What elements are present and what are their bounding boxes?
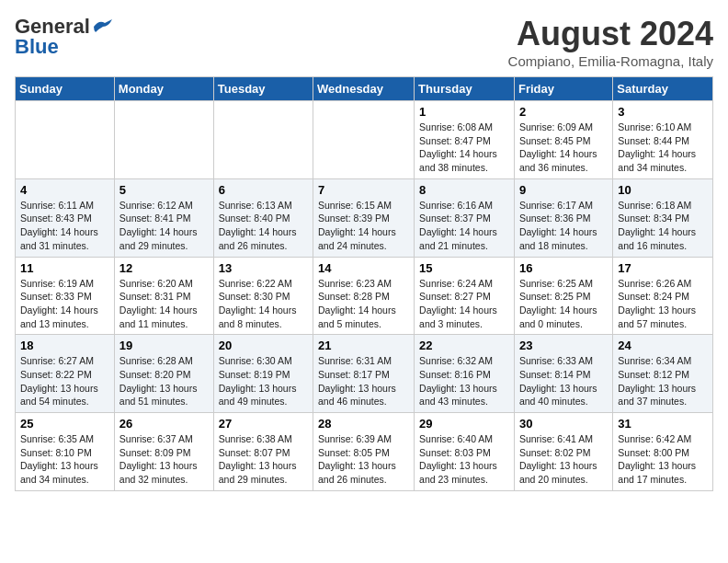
- calendar-cell: 31Sunrise: 6:42 AM Sunset: 8:00 PM Dayli…: [613, 413, 713, 491]
- calendar-cell: 12Sunrise: 6:20 AM Sunset: 8:31 PM Dayli…: [114, 257, 213, 335]
- day-detail: Sunrise: 6:10 AM Sunset: 8:44 PM Dayligh…: [618, 121, 708, 175]
- day-number: 30: [519, 417, 608, 431]
- day-detail: Sunrise: 6:32 AM Sunset: 8:16 PM Dayligh…: [419, 354, 509, 408]
- calendar-cell: 16Sunrise: 6:25 AM Sunset: 8:25 PM Dayli…: [514, 257, 612, 335]
- day-number: 2: [519, 105, 608, 119]
- logo: General Blue: [15, 15, 114, 59]
- day-detail: Sunrise: 6:38 AM Sunset: 8:07 PM Dayligh…: [219, 432, 308, 487]
- day-number: 22: [419, 339, 509, 352]
- day-number: 9: [519, 183, 608, 197]
- day-detail: Sunrise: 6:40 AM Sunset: 8:03 PM Dayligh…: [419, 432, 509, 487]
- day-number: 17: [618, 261, 708, 275]
- calendar-cell: 27Sunrise: 6:38 AM Sunset: 8:07 PM Dayli…: [213, 413, 313, 491]
- day-number: 10: [618, 183, 708, 197]
- calendar-cell: 22Sunrise: 6:32 AM Sunset: 8:16 PM Dayli…: [415, 335, 515, 413]
- calendar-cell: 21Sunrise: 6:31 AM Sunset: 8:17 PM Dayli…: [313, 335, 415, 413]
- calendar-cell: 15Sunrise: 6:24 AM Sunset: 8:27 PM Dayli…: [415, 257, 515, 335]
- day-number: 21: [318, 339, 409, 352]
- day-number: 16: [519, 261, 608, 275]
- day-number: 31: [618, 417, 708, 431]
- calendar-cell: [213, 101, 313, 179]
- day-detail: Sunrise: 6:26 AM Sunset: 8:24 PM Dayligh…: [618, 277, 708, 331]
- calendar-cell: 3Sunrise: 6:10 AM Sunset: 8:44 PM Daylig…: [613, 101, 713, 179]
- calendar-cell: 5Sunrise: 6:12 AM Sunset: 8:41 PM Daylig…: [114, 178, 213, 257]
- weekday-header-cell: Friday: [514, 77, 612, 101]
- day-detail: Sunrise: 6:22 AM Sunset: 8:30 PM Dayligh…: [219, 277, 308, 331]
- day-detail: Sunrise: 6:37 AM Sunset: 8:09 PM Dayligh…: [119, 432, 209, 487]
- day-number: 4: [20, 183, 109, 197]
- day-detail: Sunrise: 6:41 AM Sunset: 8:02 PM Dayligh…: [519, 432, 608, 487]
- day-detail: Sunrise: 6:33 AM Sunset: 8:14 PM Dayligh…: [519, 354, 608, 408]
- calendar-cell: 10Sunrise: 6:18 AM Sunset: 8:34 PM Dayli…: [613, 178, 713, 257]
- calendar-cell: 19Sunrise: 6:28 AM Sunset: 8:20 PM Dayli…: [114, 335, 213, 413]
- calendar-cell: 29Sunrise: 6:40 AM Sunset: 8:03 PM Dayli…: [415, 413, 515, 491]
- logo-bird-icon: [92, 19, 112, 34]
- calendar-cell: 18Sunrise: 6:27 AM Sunset: 8:22 PM Dayli…: [16, 335, 115, 413]
- day-number: 23: [519, 339, 608, 352]
- day-number: 3: [618, 105, 708, 119]
- day-detail: Sunrise: 6:34 AM Sunset: 8:12 PM Dayligh…: [618, 354, 708, 408]
- day-number: 15: [419, 261, 509, 275]
- calendar-cell: 26Sunrise: 6:37 AM Sunset: 8:09 PM Dayli…: [114, 413, 213, 491]
- day-number: 25: [20, 417, 109, 431]
- calendar-cell: 4Sunrise: 6:11 AM Sunset: 8:43 PM Daylig…: [16, 178, 115, 257]
- day-number: 5: [119, 183, 209, 197]
- day-number: 11: [20, 261, 109, 275]
- logo-blue: Blue: [15, 35, 59, 59]
- day-detail: Sunrise: 6:30 AM Sunset: 8:19 PM Dayligh…: [219, 354, 308, 408]
- day-detail: Sunrise: 6:13 AM Sunset: 8:40 PM Dayligh…: [219, 199, 308, 253]
- day-number: 12: [119, 261, 209, 275]
- location: Compiano, Emilia-Romagna, Italy: [508, 53, 713, 69]
- day-number: 29: [419, 417, 509, 431]
- day-number: 27: [219, 417, 308, 431]
- calendar-cell: [16, 101, 115, 179]
- day-number: 24: [618, 339, 708, 352]
- day-detail: Sunrise: 6:17 AM Sunset: 8:36 PM Dayligh…: [519, 199, 608, 253]
- calendar-cell: 7Sunrise: 6:15 AM Sunset: 8:39 PM Daylig…: [313, 178, 415, 257]
- title-area: August 2024 Compiano, Emilia-Romagna, It…: [508, 15, 713, 69]
- day-detail: Sunrise: 6:20 AM Sunset: 8:31 PM Dayligh…: [119, 277, 209, 331]
- calendar-cell: 11Sunrise: 6:19 AM Sunset: 8:33 PM Dayli…: [16, 257, 115, 335]
- day-detail: Sunrise: 6:08 AM Sunset: 8:47 PM Dayligh…: [419, 121, 509, 175]
- calendar-cell: 20Sunrise: 6:30 AM Sunset: 8:19 PM Dayli…: [213, 335, 313, 413]
- day-number: 8: [419, 183, 509, 197]
- weekday-header-cell: Saturday: [613, 77, 713, 101]
- day-detail: Sunrise: 6:12 AM Sunset: 8:41 PM Dayligh…: [119, 199, 209, 253]
- day-detail: Sunrise: 6:27 AM Sunset: 8:22 PM Dayligh…: [20, 354, 109, 408]
- weekday-header-cell: Sunday: [16, 77, 115, 101]
- day-number: 19: [119, 339, 209, 352]
- day-detail: Sunrise: 6:16 AM Sunset: 8:37 PM Dayligh…: [419, 199, 509, 253]
- day-number: 28: [318, 417, 409, 431]
- calendar-body: 1Sunrise: 6:08 AM Sunset: 8:47 PM Daylig…: [16, 101, 713, 491]
- calendar-cell: 2Sunrise: 6:09 AM Sunset: 8:45 PM Daylig…: [514, 101, 612, 179]
- day-detail: Sunrise: 6:19 AM Sunset: 8:33 PM Dayligh…: [20, 277, 109, 331]
- day-number: 20: [219, 339, 308, 352]
- calendar-week-row: 1Sunrise: 6:08 AM Sunset: 8:47 PM Daylig…: [16, 101, 713, 179]
- day-number: 13: [219, 261, 308, 275]
- day-detail: Sunrise: 6:09 AM Sunset: 8:45 PM Dayligh…: [519, 121, 608, 175]
- calendar-cell: 14Sunrise: 6:23 AM Sunset: 8:28 PM Dayli…: [313, 257, 415, 335]
- day-detail: Sunrise: 6:35 AM Sunset: 8:10 PM Dayligh…: [20, 432, 109, 487]
- calendar-cell: 23Sunrise: 6:33 AM Sunset: 8:14 PM Dayli…: [514, 335, 612, 413]
- calendar-cell: 13Sunrise: 6:22 AM Sunset: 8:30 PM Dayli…: [213, 257, 313, 335]
- day-number: 6: [219, 183, 308, 197]
- weekday-header-cell: Thursday: [415, 77, 515, 101]
- page-header: General Blue August 2024 Compiano, Emili…: [15, 15, 713, 69]
- weekday-header-row: SundayMondayTuesdayWednesdayThursdayFrid…: [16, 77, 713, 101]
- day-detail: Sunrise: 6:24 AM Sunset: 8:27 PM Dayligh…: [419, 277, 509, 331]
- day-number: 26: [119, 417, 209, 431]
- day-detail: Sunrise: 6:39 AM Sunset: 8:05 PM Dayligh…: [318, 432, 409, 487]
- calendar-cell: 1Sunrise: 6:08 AM Sunset: 8:47 PM Daylig…: [415, 101, 515, 179]
- calendar-cell: 9Sunrise: 6:17 AM Sunset: 8:36 PM Daylig…: [514, 178, 612, 257]
- calendar-week-row: 18Sunrise: 6:27 AM Sunset: 8:22 PM Dayli…: [16, 335, 713, 413]
- calendar-cell: 24Sunrise: 6:34 AM Sunset: 8:12 PM Dayli…: [613, 335, 713, 413]
- calendar-cell: [114, 101, 213, 179]
- calendar-week-row: 25Sunrise: 6:35 AM Sunset: 8:10 PM Dayli…: [16, 413, 713, 491]
- day-number: 14: [318, 261, 409, 275]
- day-detail: Sunrise: 6:28 AM Sunset: 8:20 PM Dayligh…: [119, 354, 209, 408]
- calendar-cell: 30Sunrise: 6:41 AM Sunset: 8:02 PM Dayli…: [514, 413, 612, 491]
- calendar-cell: 8Sunrise: 6:16 AM Sunset: 8:37 PM Daylig…: [415, 178, 515, 257]
- day-detail: Sunrise: 6:15 AM Sunset: 8:39 PM Dayligh…: [318, 199, 409, 253]
- day-detail: Sunrise: 6:11 AM Sunset: 8:43 PM Dayligh…: [20, 199, 109, 253]
- day-detail: Sunrise: 6:23 AM Sunset: 8:28 PM Dayligh…: [318, 277, 409, 331]
